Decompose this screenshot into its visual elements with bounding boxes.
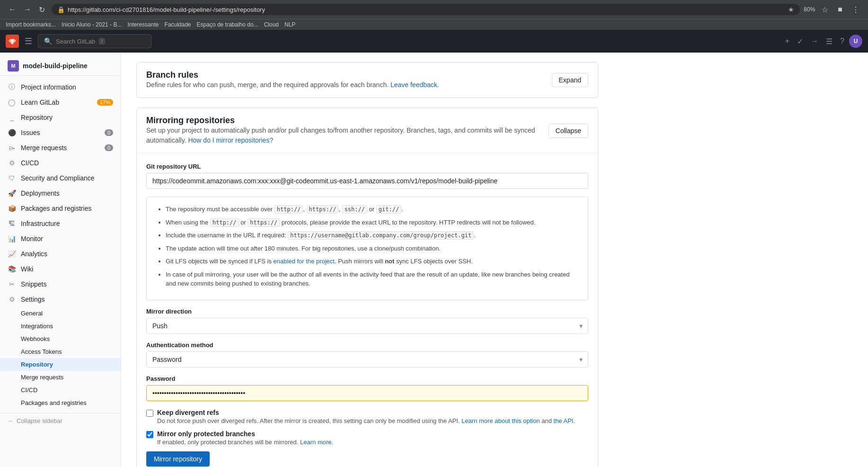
issues-badge: 0 [105,129,113,136]
bookmark-inicio[interactable]: Inicio Aluno - 2021 - B... [62,21,122,28]
sidebar-item-label: Wiki [21,265,33,273]
branch-rules-desc-text: Define rules for who can push, merge, an… [146,81,389,89]
bookmark-faculdade[interactable]: Faculdade [164,21,191,28]
merge-requests-button[interactable]: → [808,34,821,48]
repository-icon: ⎯ [8,113,16,122]
mirror-protected-link[interactable]: Learn more. [300,439,333,446]
sidebar-item-label: Snippets [21,280,46,288]
sidebar-item-label: Analytics [21,250,47,258]
sidebar-item-project-information[interactable]: ⓘ Project information [0,80,121,95]
forward-button[interactable]: → [21,4,34,15]
sidebar-item-learn-gitlab[interactable]: ◯ Learn GitLab 17% [0,95,121,110]
mirror-direction-select[interactable]: Push Pull [146,318,588,334]
mirror-direction-label: Mirror direction [146,308,588,315]
sidebar-item-wiki[interactable]: 📚 Wiki [0,261,121,277]
merge-requests-sub-label: Merge requests [21,374,63,381]
sidebar-item-label: Settings [21,296,45,303]
lfs-link[interactable]: enabled for the project [274,258,335,265]
url-text: https://gitlab.com/ci-cd2701816/model-bu… [68,6,785,13]
sidebar-sub-merge-requests[interactable]: Merge requests [0,371,121,384]
auth-method-select-wrapper: Password SSH public key None [146,351,588,368]
sidebar-sub-webhooks[interactable]: Webhooks [0,332,121,345]
sidebar-item-repository[interactable]: ⎯ Repository [0,110,121,125]
help-button[interactable]: ? [837,34,847,48]
sidebar-sub-cicd[interactable]: CI/CD [0,384,121,396]
sidebar-item-snippets[interactable]: ✂ Snippets [0,277,121,292]
sidebar-item-packages-registries[interactable]: 📦 Packages and registries [0,201,121,216]
sidebar-item-deployments[interactable]: 🚀 Deployments [0,186,121,201]
slash-shortcut: / [99,38,105,45]
mirroring-title: Mirroring repositories [146,116,549,126]
sidebar-item-label: Learn GitLab [21,99,59,106]
git-url-input[interactable] [146,173,588,189]
mirror-repository-button[interactable]: Mirror repository [146,451,210,467]
settings-icon: ⚙ [8,295,16,304]
user-avatar[interactable]: U [849,35,862,48]
keep-divergent-checkbox[interactable] [146,410,153,417]
bookmark-cloud[interactable]: Cloud [264,21,279,28]
mirroring-section-header: Mirroring repositories Set up your proje… [137,108,598,153]
address-bar[interactable]: 🔒 https://gitlab.com/ci-cd2701816/model-… [52,4,800,15]
password-input[interactable] [146,385,588,401]
create-button[interactable]: + [782,34,792,48]
sidebar-item-settings[interactable]: ⚙ Settings [0,292,121,307]
sidebar-item-issues[interactable]: ⚫ Issues 0 [0,125,121,140]
bookmark-nlp[interactable]: NLP [284,21,295,28]
sidebar: M model-build-pipeline ⓘ Project informa… [0,53,121,467]
branch-rules-expand-button[interactable]: Expand [552,73,588,87]
issues-icon: ⚫ [8,128,16,137]
content-area: Branch rules Define rules for who can pu… [121,53,868,467]
sidebar-item-security-compliance[interactable]: 🛡 Security and Compliance [0,171,121,186]
browser-actions: 80% ☆ ■ ⋮ [804,4,862,15]
keep-divergent-link2[interactable]: the API [554,417,574,424]
and-text: and [541,417,553,424]
project-information-icon: ⓘ [8,83,16,91]
reload-button[interactable]: ↻ [36,4,48,15]
sidebar-item-merge-requests[interactable]: ⌲ Merge requests 0 [0,140,121,155]
keep-divergent-label[interactable]: Keep divergent refs Do not force push ov… [146,409,588,424]
mirroring-section: Mirroring repositories Set up your proje… [136,108,598,467]
search-box[interactable]: 🔍 Search GitLab / [38,34,151,48]
sidebar-item-label: Merge requests [21,144,67,152]
branch-rules-header: Branch rules Define rules for who can pu… [137,63,598,98]
back-button[interactable]: ← [6,4,19,15]
mirror-protected-label[interactable]: Mirror only protected branches If enable… [146,430,588,446]
hamburger-button[interactable]: ☰ [23,34,34,48]
sidebar-sub-packages[interactable]: Packages and registries [0,396,121,409]
auth-method-select[interactable]: Password SSH public key None [146,351,588,368]
sidebar-item-monitor[interactable]: 📊 Monitor [0,231,121,246]
auth-method-label: Authentication method [146,341,588,349]
issues-button[interactable]: ✓ [794,34,806,49]
git-url-label: Git repository URL [146,163,588,170]
sidebar-item-cicd[interactable]: ⚙ CI/CD [0,155,121,171]
sidebar-item-label: Repository [21,114,53,121]
gitlab-logo[interactable] [6,35,19,48]
bookmark-import[interactable]: Import bookmarks... [6,21,56,28]
mirror-protected-checkbox[interactable] [146,431,153,438]
sidebar-item-infrastructure[interactable]: 🏗 Infrastructure [0,216,121,231]
main-layout: M model-build-pipeline ⓘ Project informa… [0,53,868,467]
content-inner: Branch rules Define rules for who can pu… [121,53,613,467]
sidebar-sub-repository[interactable]: Repository [0,358,121,371]
mirroring-collapse-button[interactable]: Collapse [549,124,588,138]
sidebar-sub-integrations[interactable]: Integrations [0,320,121,332]
bookmark-espaco[interactable]: Espaço de trabalho do... [197,21,258,28]
sidebar-sub-general[interactable]: General [0,307,121,320]
sidebar-item-analytics[interactable]: 📈 Analytics [0,246,121,261]
todo-button[interactable]: ☰ [823,34,835,49]
keep-divergent-link1[interactable]: Learn more about this option [461,417,540,424]
snippets-icon: ✂ [8,280,16,288]
collapse-sidebar-button[interactable]: ← Collapse sidebar [0,413,121,428]
mirror-direction-select-wrapper: Push Pull [146,318,588,334]
sidebar-sub-access-tokens[interactable]: Access Tokens [0,345,121,358]
bookmark-interessante[interactable]: Interessante [127,21,159,28]
repository-sub-label: Repository [21,361,53,368]
bookmark-button[interactable]: ☆ [819,4,831,15]
menu-button[interactable]: ⋮ [849,4,862,15]
sidebar-item-label: Packages and registries [21,205,91,212]
cicd-sub-label: CI/CD [21,386,37,394]
mirroring-help-link[interactable]: How do I mirror repositories? [188,136,273,144]
extensions-button[interactable]: ■ [835,4,845,15]
branch-rules-feedback-link[interactable]: Leave feedback. [390,81,439,89]
wiki-icon: 📚 [8,265,16,273]
